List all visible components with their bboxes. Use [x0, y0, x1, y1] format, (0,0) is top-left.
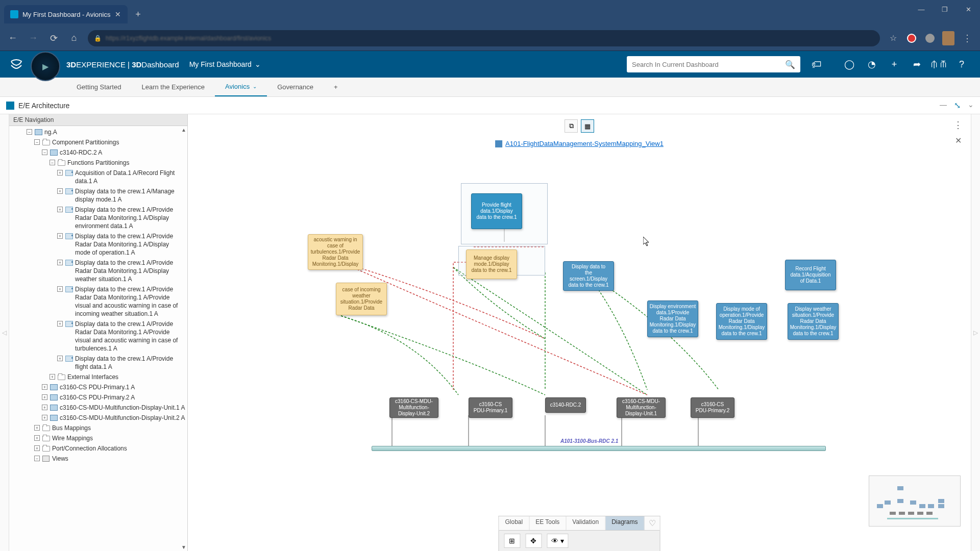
tree-toggle[interactable]: + — [57, 260, 63, 265]
tree-item[interactable]: Display data to the crew.1 A/Provide fli… — [75, 355, 185, 371]
tree-toggle[interactable]: + — [50, 374, 55, 380]
tree-toggle[interactable]: − — [42, 149, 47, 155]
tree-toggle[interactable]: + — [42, 405, 47, 410]
tree-item[interactable]: Functions Partitionings — [67, 159, 185, 167]
diagram-node[interactable]: case of incoming weather situation.1/Pro… — [336, 283, 387, 315]
nav-forward-icon[interactable]: → — [27, 32, 40, 45]
search-input[interactable] — [632, 61, 785, 68]
tree-item[interactable]: External Interfaces — [67, 373, 185, 381]
profile-avatar[interactable] — [942, 32, 954, 44]
diagram-node[interactable]: c3160-CS PDU-Primary.2 — [691, 397, 734, 418]
tree-item[interactable]: c3160-CS PDU-Primary.1 A — [60, 383, 185, 391]
tree-item[interactable]: ng.A — [44, 128, 185, 136]
tree-toggle[interactable]: + — [57, 356, 63, 361]
diagram-node[interactable]: Display mode of operation.1/Provide Rada… — [716, 303, 767, 340]
tree-toggle[interactable]: + — [57, 286, 63, 292]
nav-back-icon[interactable]: ← — [6, 32, 19, 45]
tree-toggle[interactable]: + — [34, 425, 40, 431]
tree-item[interactable]: Display data to the crew.1 A/Provide Rad… — [75, 285, 185, 318]
tree-toggle[interactable]: + — [34, 435, 40, 441]
tab-governance[interactable]: Governance — [267, 78, 324, 96]
tree-item[interactable]: Views — [52, 455, 185, 463]
tree-toggle[interactable]: + — [42, 384, 47, 390]
tree-item[interactable]: Acquisition of Data.1 A/Record Flight da… — [75, 169, 185, 185]
tree-toggle[interactable]: + — [57, 170, 63, 176]
tree-toggle[interactable]: + — [34, 445, 40, 451]
tree-item[interactable]: Display data to the crew.1 A/Provide Rad… — [75, 206, 185, 230]
ds-logo-icon[interactable] — [8, 56, 24, 72]
mixer-icon[interactable]: ⫛⫚ — [933, 58, 945, 70]
extension-red-icon[interactable] — [905, 32, 918, 44]
tag-icon[interactable]: 🏷 — [812, 59, 822, 70]
tool-route-icon[interactable]: ✥ — [525, 534, 542, 548]
tool-grid-icon[interactable]: ⊞ — [504, 534, 520, 548]
diagram-node[interactable]: Record Flight data.1/Acquisition of Data… — [785, 260, 836, 290]
star-icon[interactable]: ☆ — [887, 32, 899, 44]
diagram-node[interactable]: c3140-RDC.2 — [545, 397, 586, 413]
window-close-icon[interactable]: ✕ — [957, 0, 980, 18]
new-tab-button[interactable]: + — [131, 7, 145, 21]
tab-learn-experience[interactable]: Learn the Experience — [131, 78, 215, 96]
tree-toggle[interactable]: + — [57, 233, 63, 239]
share-icon[interactable]: ➦ — [911, 58, 923, 70]
tree-item[interactable]: Wire Mappings — [52, 434, 185, 442]
tree-toggle[interactable]: + — [57, 321, 63, 327]
tree-item[interactable]: Display data to the crew.1 A/Provide Rad… — [75, 320, 185, 353]
window-minimize-icon[interactable]: — — [910, 0, 933, 18]
profile-icon[interactable]: ◯ — [843, 58, 855, 70]
left-rail[interactable]: ◁ — [0, 114, 9, 551]
url-field[interactable]: 🔒 https://r1xyzflightdb.example.internal… — [88, 30, 880, 46]
diagram-node[interactable]: c3160-CS PDU-Primary.1 — [469, 397, 512, 418]
tree-item[interactable]: c3160-CS-MDU-Multifunction-Display-Unit.… — [60, 404, 185, 412]
notifications-icon[interactable]: ◔ — [866, 58, 878, 70]
favorite-icon[interactable]: ♡ — [645, 516, 660, 530]
right-rail[interactable]: ▷ — [971, 114, 980, 551]
bus-bar[interactable] — [372, 446, 826, 451]
widget-menu-icon[interactable]: ⌄ — [968, 101, 974, 110]
tree-toggle[interactable]: − — [27, 129, 32, 135]
tree-toggle[interactable]: + — [57, 207, 63, 212]
tab-getting-started[interactable]: Getting Started — [66, 78, 131, 96]
tree-item[interactable]: c3160-CS PDU-Primary.2 A — [60, 393, 185, 402]
bottom-tab-global[interactable]: Global — [499, 516, 529, 530]
tree-item[interactable]: Port/Connection Allocations — [52, 444, 185, 453]
diagram-node[interactable]: acoustic warning in case of turbulences.… — [308, 234, 363, 270]
tree-toggle[interactable]: − — [34, 456, 40, 461]
tree-toggle[interactable]: − — [34, 139, 40, 145]
tab-close-icon[interactable]: ✕ — [114, 11, 121, 18]
tree-item[interactable]: c3160-CS-MDU-Multifunction-Display-Unit.… — [60, 414, 185, 422]
tree-item[interactable]: Bus Mappings — [52, 424, 185, 432]
diagram-node[interactable]: c3160-CS-MDU-Multifunction-Display-Unit.… — [617, 397, 666, 418]
scroll-down-icon[interactable]: ▼ — [181, 544, 186, 550]
tool-visibility-icon[interactable]: 👁 ▾ — [547, 534, 568, 548]
tree-toggle[interactable]: + — [42, 415, 47, 420]
diagram-node[interactable]: Display weather situation.1/Provide Rada… — [788, 303, 839, 340]
window-maximize-icon[interactable]: ❐ — [933, 0, 957, 18]
tree-body[interactable]: ▲ −ng.A −Component Partitionings −c3140-… — [9, 126, 187, 551]
tree-toggle[interactable]: + — [42, 394, 47, 400]
tree-toggle[interactable]: + — [57, 188, 63, 194]
widget-collapse-icon[interactable]: ⤡ — [954, 101, 961, 110]
nav-reload-icon[interactable]: ⟳ — [47, 32, 60, 45]
diagram-node[interactable]: Manage display mode.1/Display data to th… — [466, 249, 517, 279]
tab-add-button[interactable]: + — [324, 78, 348, 96]
diagram-node[interactable]: Display environment data.1/Provide Radar… — [647, 300, 698, 337]
browser-tab[interactable]: My First Dashboard - Avionics ✕ — [4, 5, 128, 23]
extension-gray-icon[interactable] — [924, 32, 936, 44]
search-icon[interactable]: 🔍 — [785, 60, 795, 69]
bottom-tab-validation[interactable]: Validation — [566, 516, 605, 530]
tree-item[interactable]: Display data to the crew.1 A/Manage disp… — [75, 187, 185, 204]
bottom-tab-diagrams[interactable]: Diagrams — [605, 516, 644, 530]
scroll-up-icon[interactable]: ▲ — [181, 127, 186, 133]
diagram-node[interactable]: c3160-CS-MDU-Multifunction-Display-Unit.… — [389, 397, 438, 418]
diagram-canvas[interactable]: ⧉ ▦ ⋮ A101-FlightDataManagement-SystemMa… — [188, 114, 971, 551]
nav-home-icon[interactable]: ⌂ — [67, 32, 81, 45]
tree-toggle[interactable]: − — [50, 160, 55, 165]
minimap[interactable] — [869, 475, 961, 527]
bottom-tab-ee-tools[interactable]: EE Tools — [529, 516, 566, 530]
search-box[interactable]: 🔍 — [627, 56, 800, 72]
add-icon[interactable]: + — [888, 58, 900, 70]
help-icon[interactable]: ? — [955, 58, 968, 70]
browser-menu-icon[interactable]: ⋮ — [961, 32, 974, 45]
breadcrumb[interactable]: My First Dashboard ⌄ — [189, 60, 261, 68]
